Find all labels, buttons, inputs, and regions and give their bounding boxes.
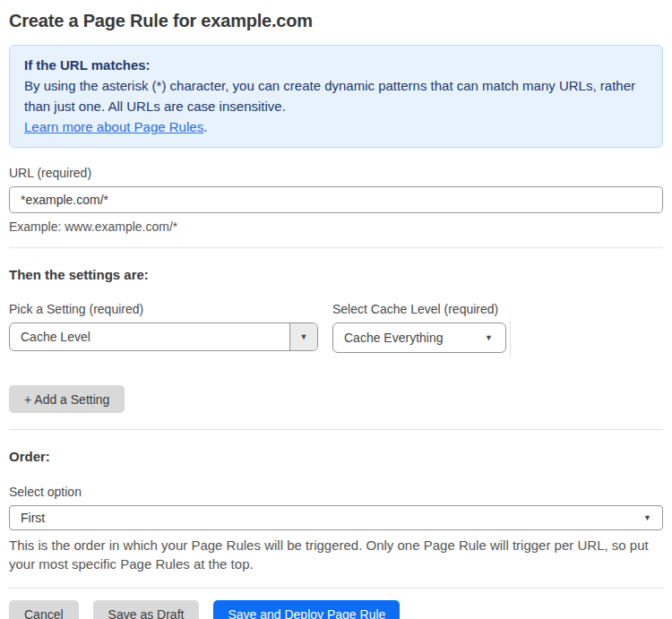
link-suffix: . xyxy=(203,119,207,134)
info-box-heading: If the URL matches: xyxy=(24,55,648,75)
settings-heading: Then the settings are: xyxy=(9,267,663,282)
url-input[interactable] xyxy=(9,186,663,213)
order-hint: This is the order in which your Page Rul… xyxy=(9,536,663,573)
cache-level-label: Select Cache Level (required) xyxy=(332,302,506,316)
divider xyxy=(9,429,663,430)
divider xyxy=(9,247,663,248)
order-select-value: First xyxy=(21,511,45,525)
setting-picker-select[interactable]: Cache Level ▼ xyxy=(9,322,318,351)
cache-level-value: Cache Everything xyxy=(344,331,444,345)
url-match-info-box: If the URL matches: By using the asteris… xyxy=(9,45,663,148)
page-title: Create a Page Rule for example.com xyxy=(9,11,663,31)
divider xyxy=(9,588,663,589)
setting-picker-label: Pick a Setting (required) xyxy=(9,302,318,316)
chevron-down-icon: ▼ xyxy=(300,333,308,341)
chevron-down-icon: ▼ xyxy=(643,514,651,522)
setting-picker-caret-button[interactable]: ▼ xyxy=(289,323,317,350)
order-heading: Order: xyxy=(9,449,663,464)
order-select[interactable]: First ▼ xyxy=(9,505,663,530)
order-select-label: Select option xyxy=(9,485,663,499)
cache-level-column: Select Cache Level (required) Cache Ever… xyxy=(332,302,506,353)
save-as-draft-button[interactable]: Save as Draft xyxy=(93,600,200,619)
setting-column-divider xyxy=(510,321,511,357)
learn-more-link[interactable]: Learn more about Page Rules xyxy=(24,119,203,134)
form-actions: Cancel Save as Draft Save and Deploy Pag… xyxy=(9,600,663,619)
info-box-body: By using the asterisk (*) character, you… xyxy=(24,75,648,116)
chevron-down-icon: ▼ xyxy=(485,334,493,342)
url-example-hint: Example: www.example.com/* xyxy=(9,219,663,234)
cache-level-select[interactable]: Cache Everything ▼ xyxy=(332,322,506,353)
setting-picker-column: Pick a Setting (required) Cache Level ▼ xyxy=(9,302,318,351)
setting-picker-value: Cache Level xyxy=(10,323,289,350)
add-setting-button[interactable]: + Add a Setting xyxy=(9,385,125,413)
save-and-deploy-button[interactable]: Save and Deploy Page Rule xyxy=(213,600,400,619)
settings-row: Pick a Setting (required) Cache Level ▼ … xyxy=(9,302,663,357)
create-page-rule-form: Create a Page Rule for example.com If th… xyxy=(0,11,672,619)
info-box-link-line: Learn more about Page Rules. xyxy=(24,116,648,137)
cancel-button[interactable]: Cancel xyxy=(9,600,79,619)
url-label: URL (required) xyxy=(9,166,663,180)
